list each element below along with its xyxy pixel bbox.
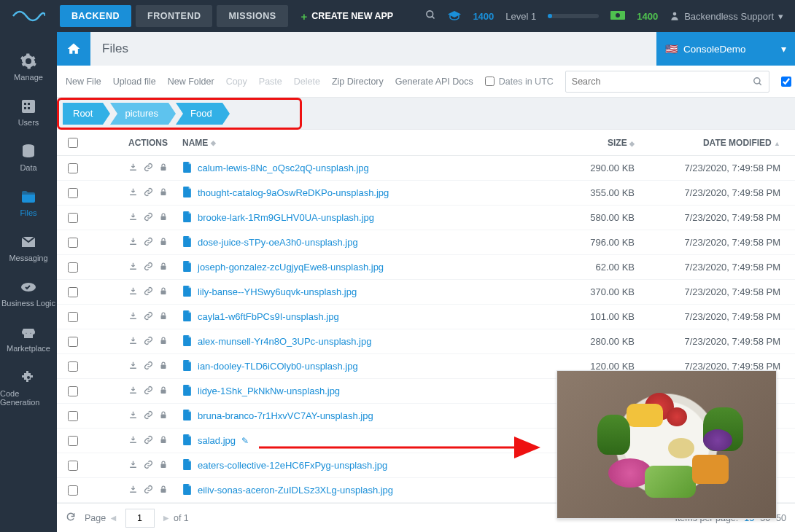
download-icon[interactable] — [128, 237, 138, 249]
row-checkbox[interactable] — [68, 287, 78, 297]
download-icon[interactable] — [128, 435, 138, 447]
lock-icon[interactable] — [159, 237, 168, 249]
new-folder-button[interactable]: New Folder — [168, 77, 214, 87]
sidebar-item-users[interactable]: Users — [0, 90, 57, 136]
link-icon[interactable] — [144, 435, 153, 447]
search-input[interactable] — [572, 77, 753, 87]
generate-api-docs-button[interactable]: Generate API Docs — [395, 77, 473, 87]
download-icon[interactable] — [128, 311, 138, 323]
row-checkbox[interactable] — [68, 386, 78, 396]
ipp-50[interactable]: 50 — [776, 513, 786, 523]
download-icon[interactable] — [128, 460, 138, 472]
sidebar-item-code-generation[interactable]: Code Generation — [0, 361, 57, 415]
link-icon[interactable] — [144, 361, 153, 372]
file-name-link[interactable]: lily-banse--YHSwy6uqvk-unsplash.jpg — [198, 286, 357, 297]
file-name-link[interactable]: ian-dooley-TLD6iCOlyb0-unsplash.jpg — [198, 361, 358, 372]
lock-icon[interactable] — [159, 460, 168, 472]
row-checkbox[interactable] — [68, 436, 78, 446]
edit-icon[interactable]: ✎ — [241, 436, 249, 446]
lock-icon[interactable] — [159, 311, 168, 323]
academy-icon[interactable] — [448, 10, 461, 23]
lock-icon[interactable] — [159, 286, 168, 298]
link-icon[interactable] — [144, 163, 153, 174]
row-checkbox[interactable] — [68, 312, 78, 322]
link-icon[interactable] — [144, 386, 153, 397]
file-name-link[interactable]: thought-catalog-9aOswReDKPo-unsplash.jpg — [198, 187, 389, 198]
row-checkbox[interactable] — [68, 337, 78, 347]
link-icon[interactable] — [144, 286, 153, 298]
select-all-checkbox[interactable] — [68, 138, 78, 148]
lock-icon[interactable] — [159, 163, 168, 174]
download-icon[interactable] — [128, 361, 138, 372]
home-icon[interactable] — [57, 32, 90, 66]
file-name-link[interactable]: calum-lewis-8Nc_oQsc2qQ-unsplash.jpg — [198, 163, 369, 173]
row-checkbox[interactable] — [68, 461, 78, 471]
page-input[interactable] — [125, 509, 155, 528]
lock-icon[interactable] — [159, 435, 168, 447]
zip-button[interactable]: Zip Directory — [332, 77, 384, 87]
refresh-icon[interactable] — [66, 512, 76, 524]
dates-utc-checkbox[interactable] — [485, 77, 495, 86]
download-icon[interactable] — [128, 336, 138, 348]
search-box[interactable] — [565, 71, 769, 93]
global-search-icon[interactable] — [425, 9, 436, 23]
sidebar-item-files[interactable]: Files — [0, 181, 57, 226]
link-icon[interactable] — [144, 485, 153, 496]
link-icon[interactable] — [144, 187, 153, 199]
sidebar-item-manage[interactable]: Manage — [0, 45, 57, 90]
column-name[interactable]: NAME◆ — [177, 138, 562, 148]
sidebar-item-data[interactable]: Data — [0, 136, 57, 181]
create-app-button[interactable]: + CREATE NEW APP — [301, 10, 394, 23]
link-icon[interactable] — [144, 237, 153, 249]
file-name-link[interactable]: eiliv-sonas-aceron-ZuIDLSz3XLg-unsplash.… — [198, 485, 393, 496]
link-icon[interactable] — [144, 460, 153, 472]
link-icon[interactable] — [144, 311, 153, 323]
sidebar-item-marketplace[interactable]: Marketplace — [0, 316, 57, 361]
link-icon[interactable] — [144, 336, 153, 348]
column-size[interactable]: SIZE ◆ — [562, 138, 649, 148]
file-name-link[interactable]: cayla1-w6ftFbPCs9I-unsplash.jpg — [198, 311, 339, 322]
lock-icon[interactable] — [159, 386, 168, 397]
column-date[interactable]: DATE MODIFIED ▲ — [649, 138, 795, 148]
download-icon[interactable] — [128, 262, 138, 273]
row-checkbox[interactable] — [68, 485, 78, 496]
lock-icon[interactable] — [159, 212, 168, 224]
next-page-icon[interactable]: ► — [162, 513, 171, 523]
download-icon[interactable] — [128, 410, 138, 422]
upload-file-button[interactable]: Upload file — [113, 77, 156, 87]
file-name-link[interactable]: dose-juice-sTPy-oeA3h0-unsplash.jpg — [198, 237, 358, 248]
download-icon[interactable] — [128, 286, 138, 298]
lock-icon[interactable] — [159, 361, 168, 372]
crumb-food[interactable]: Food — [176, 103, 222, 125]
file-name-link[interactable]: joseph-gonzalez-zcUgjyqEwe8-unsplash.jpg — [198, 262, 384, 273]
support-menu[interactable]: Backendless Support ▾ — [670, 11, 783, 22]
crumb-pictures[interactable]: pictures — [110, 103, 168, 125]
row-checkbox[interactable] — [68, 411, 78, 421]
download-icon[interactable] — [128, 187, 138, 199]
sidebar-item-business-logic[interactable]: Business Logic — [0, 271, 57, 316]
tab-missions[interactable]: MISSIONS — [217, 5, 287, 27]
download-icon[interactable] — [128, 163, 138, 174]
crumb-root[interactable]: Root — [63, 103, 103, 125]
row-checkbox[interactable] — [68, 238, 78, 248]
download-icon[interactable] — [128, 386, 138, 397]
download-icon[interactable] — [128, 485, 138, 496]
lock-icon[interactable] — [159, 187, 168, 199]
file-name-link[interactable]: eaters-collective-12eHC6FxPyg-unsplash.j… — [198, 460, 387, 471]
file-name-link[interactable]: brooke-lark-1Rm9GLHV0UA-unsplash.jpg — [198, 212, 374, 223]
row-checkbox[interactable] — [68, 262, 78, 273]
lock-icon[interactable] — [159, 485, 168, 496]
file-name-link[interactable]: salad.jpg — [198, 435, 236, 446]
link-icon[interactable] — [144, 262, 153, 273]
link-icon[interactable] — [144, 212, 153, 224]
row-checkbox[interactable] — [68, 188, 78, 198]
file-name-link[interactable]: bruna-branco-7r1HxvVC7AY-unsplash.jpg — [198, 410, 373, 421]
prev-page-icon[interactable]: ◄ — [109, 513, 117, 523]
tab-backend[interactable]: BACKEND — [60, 5, 131, 27]
row-checkbox[interactable] — [68, 361, 78, 372]
download-icon[interactable] — [128, 212, 138, 224]
search-subdirectories-checkbox[interactable] — [781, 77, 791, 87]
app-selector[interactable]: 🇺🇸 ConsoleDemo ▾ — [656, 32, 795, 66]
file-name-link[interactable]: lidye-1Shk_PkNkNw-unsplash.jpg — [198, 386, 340, 396]
row-checkbox[interactable] — [68, 163, 78, 173]
